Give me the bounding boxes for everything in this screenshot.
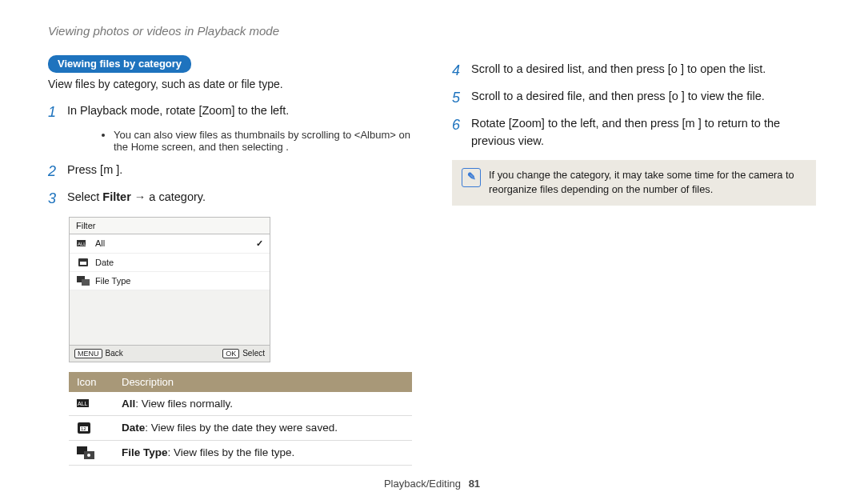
footer-page-number: 81	[469, 478, 480, 490]
check-icon: ✓	[256, 238, 263, 249]
step-text: Rotate [	[471, 117, 512, 130]
calendar-icon: 12	[77, 422, 106, 434]
step-number: 5	[452, 87, 463, 110]
row-name: File Type	[122, 446, 168, 458]
left-column: Viewing files by category View files by …	[48, 55, 412, 466]
step-text: Press [	[67, 163, 103, 176]
step-4: 4 Scroll to a desired list, and then pre…	[452, 60, 816, 82]
step-text: a category.	[149, 190, 206, 203]
step-text: ] to view the file.	[678, 90, 765, 102]
arrow-icon: →	[131, 190, 150, 203]
step-text: ] to open the list.	[678, 62, 766, 75]
step-text: ].	[113, 163, 122, 176]
back-label: Back	[106, 349, 123, 358]
filetype-icon	[76, 276, 90, 286]
row-name: Date	[122, 422, 145, 434]
svg-text:12: 12	[81, 426, 86, 431]
step-number: 6	[452, 114, 463, 150]
step-number: 4	[452, 60, 463, 82]
svg-rect-5	[82, 279, 90, 286]
footer-section: Playback/Editing	[384, 478, 461, 490]
row-desc: : View files by the date they were saved…	[145, 422, 338, 434]
icon-description-table: Icon Description ALL All: View files nor…	[69, 372, 412, 466]
menu-name: Filter	[102, 190, 130, 203]
table-row: File Type: View files by the file type.	[69, 440, 412, 465]
step-3: 3 Select Filter → a category.	[48, 188, 412, 210]
key-label: m	[686, 117, 695, 130]
row-name: All	[122, 398, 135, 410]
step-number: 1	[48, 102, 59, 124]
step-text: In Playback mode, rotate [	[67, 104, 202, 117]
filter-row-label: All	[95, 238, 105, 248]
filter-row-date[interactable]: Date	[70, 254, 270, 272]
step-1: 1 In Playback mode, rotate [Zoom] to the…	[48, 102, 412, 124]
filter-row-filetype[interactable]: File Type	[70, 272, 270, 290]
key-label: Zoom	[202, 104, 231, 117]
step-number: 2	[48, 161, 59, 183]
filter-panel: Filter ALL All ✓ Date File Type MENU	[69, 217, 270, 362]
filter-row-label: File Type	[95, 276, 130, 286]
topic-badge: Viewing files by category	[48, 55, 191, 73]
key-label: o	[671, 62, 678, 75]
step-2: 2 Press [m ].	[48, 161, 412, 183]
right-column: 4 Scroll to a desired list, and then pre…	[452, 55, 816, 466]
row-desc: : View files by the file type.	[168, 446, 295, 458]
step-text: Scroll to a desired list, and then press…	[471, 62, 671, 75]
page-section-title: Viewing photos or videos in Playback mod…	[48, 24, 816, 38]
filter-panel-body	[70, 290, 270, 345]
step-5: 5 Scroll to a desired file, and then pre…	[452, 87, 816, 110]
svg-point-13	[87, 454, 90, 457]
filter-panel-title: Filter	[70, 218, 270, 234]
sub-bullet-text: You can also view files as thumbnails by…	[114, 129, 412, 153]
filter-row-label: Date	[95, 258, 114, 267]
svg-rect-3	[80, 262, 86, 265]
ok-tag: OK	[222, 349, 239, 358]
filetype-icon	[77, 446, 106, 459]
th-icon: Icon	[69, 372, 114, 392]
svg-text:ALL: ALL	[78, 242, 86, 246]
step-text: ] to the left, and then press [	[542, 117, 686, 130]
note-box: ✎ If you change the category, it may tak…	[452, 160, 816, 206]
row-desc: : View files normally.	[135, 398, 233, 410]
svg-text:ALL: ALL	[78, 401, 88, 406]
calendar-icon	[76, 258, 90, 267]
step-1-note: You can also view files as thumbnails by…	[70, 129, 412, 153]
filter-row-all[interactable]: ALL All ✓	[70, 234, 270, 254]
th-desc: Description	[114, 372, 412, 392]
key-label: Zoom	[512, 117, 542, 130]
topic-intro: View files by category, such as date or …	[48, 78, 412, 90]
table-row: 12 Date: View files by the date they wer…	[69, 415, 412, 440]
key-label: o	[672, 90, 678, 102]
step-number: 3	[48, 188, 59, 210]
step-text: Select	[67, 190, 102, 203]
key-label: m	[103, 163, 113, 176]
all-icon: ALL	[76, 238, 90, 248]
step-text: Scroll to a desired file, and then press…	[471, 90, 672, 102]
table-row: ALL All: View files normally.	[69, 392, 412, 416]
page-footer: Playback/Editing 81	[0, 478, 864, 490]
filter-panel-footer: MENU Back OK Select	[70, 345, 270, 362]
select-label: Select	[242, 349, 265, 358]
note-icon: ✎	[462, 168, 481, 187]
all-icon: ALL	[77, 398, 106, 409]
step-6: 6 Rotate [Zoom] to the left, and then pr…	[452, 114, 816, 150]
note-text: If you change the category, it may take …	[489, 168, 806, 198]
menu-tag: MENU	[74, 349, 102, 358]
step-text: ] to the left.	[232, 104, 290, 117]
